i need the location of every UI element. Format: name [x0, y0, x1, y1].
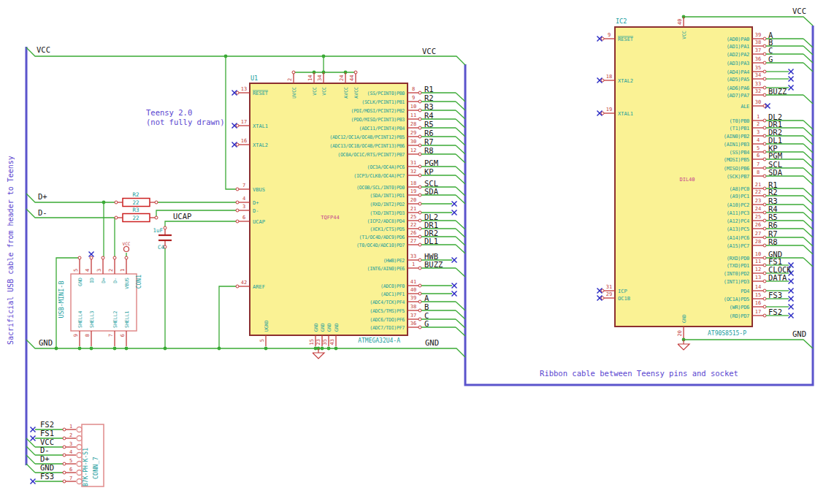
- text-ic2-right_pins-28-label: DATA: [768, 273, 787, 282]
- text-u1-footprint: TQFP44: [321, 215, 339, 221]
- pin-end: [418, 100, 421, 103]
- bus-entry: [803, 221, 813, 229]
- text-ic2-right_pins-30-n: 15: [755, 292, 761, 298]
- text-u1-right_pins-12-name: (RXD/INT2)PD2: [370, 202, 405, 207]
- pin-end: [125, 256, 128, 259]
- text-con1-top_pins-1-name: ID: [89, 278, 95, 283]
- net-label-VCC: VCC: [792, 7, 806, 15]
- text-u1-right_pins-0-n: 8: [412, 86, 415, 92]
- pin-end: [292, 71, 295, 74]
- text-u1-right_pins-6-n: 30: [410, 139, 416, 145]
- text-u1-left_pins-3-n: 7: [242, 183, 245, 188]
- pin-end: [418, 309, 421, 312]
- usb-cable-note: Sacrificial USB cable from header to Tee…: [6, 155, 15, 345]
- conn7-pad: [77, 427, 82, 432]
- text-ic2-right_pins-27-n: 12: [755, 267, 761, 272]
- text-ic2-right_pins-17-name: (A8)PC0: [730, 186, 749, 192]
- text-u1-left_pins-1-name: XTAL1: [253, 123, 268, 129]
- text-conn7-pins-4-n: 5: [69, 458, 72, 464]
- text-ic2-ref: IC2: [616, 18, 627, 25]
- pin-end: [236, 91, 239, 94]
- text-conn7-pins-3-n: 4: [69, 449, 72, 455]
- pin-end: [418, 243, 421, 246]
- text-u1-value: ATMEGA32U4-A: [358, 337, 400, 344]
- bus-entry: [803, 213, 813, 221]
- pin-end: [418, 165, 421, 168]
- bus-entry: [456, 327, 465, 336]
- text-u1-right_pins-12-n: 20: [410, 197, 416, 203]
- text-con1-bottom_pins-3-n: 6: [120, 334, 126, 337]
- text-u1-top_pins-3-n: 24: [339, 75, 345, 81]
- net-label-UCAP: UCAP: [173, 212, 191, 221]
- no-connect-icon: [789, 77, 794, 82]
- pin-end: [115, 201, 118, 204]
- no-connect-icon: [452, 202, 457, 207]
- pin-end: [763, 219, 766, 222]
- text-r2-value: 22: [132, 199, 139, 206]
- bus-entry: [803, 128, 813, 137]
- pin-end: [63, 480, 66, 483]
- text-u1-right_pins-19-label: BUZZ: [424, 260, 443, 269]
- text-u1-right_pins-19-name: (INT6/AIN0)PE6: [367, 266, 405, 272]
- text-ic2-right_pins-28-name: (INT1)PD3: [724, 279, 749, 285]
- text-ic2-right_pins-14-label: PGM: [768, 151, 782, 160]
- text-u1-right_pins-24-n: 37: [410, 313, 416, 318]
- text-ic2-footprint: DIL40: [679, 177, 695, 183]
- text-conn7-pins-5-n: 6: [69, 467, 72, 473]
- text-c4-value: 1uF: [153, 227, 163, 234]
- bus-entry: [456, 137, 465, 145]
- no-connect-icon: [452, 291, 457, 297]
- pin-end: [418, 186, 421, 188]
- pin-end: [63, 428, 66, 431]
- bus-entry: [803, 258, 813, 267]
- no-connect-icon: [789, 279, 794, 284]
- bus-entry: [803, 229, 813, 237]
- text-con1-top_pins-4-n: 1: [120, 269, 126, 272]
- net-label-GND: GND: [425, 338, 439, 347]
- text-u1-right_pins-8-name: (OC3A/OC4A)PC6: [367, 164, 405, 170]
- text-ic2-right_pins-31-name: (WR)PD6: [730, 305, 749, 310]
- text-ic2-right_pins-24-n: 28: [755, 239, 761, 245]
- pin-end: [418, 109, 421, 112]
- text-con1-bottom_pins-0-name: SHELL4: [77, 310, 83, 328]
- text-ic2-right_pins-10-n: 2: [757, 121, 760, 127]
- text-ic2-left_pins-0-n: 9: [608, 32, 611, 38]
- text-con1-top_pins-0-n: 5: [73, 269, 79, 272]
- text-u1-right_pins-4-label: R5: [424, 120, 434, 129]
- text-u1-right_pins-23-name: (ADC5/TMS)PF5: [370, 308, 405, 314]
- pin-end: [102, 256, 104, 259]
- ribbon-cable-note: Ribbon cable between Teensy pins and soc…: [482, 369, 796, 378]
- text-conn7-pins-2-n: 3: [69, 441, 72, 447]
- wire: [684, 17, 813, 26]
- pin-end: [418, 284, 421, 287]
- text-r3-ref: R3: [132, 207, 139, 213]
- pin-end: [418, 318, 421, 321]
- text-ic2-right_pins-32-label: FS2: [768, 308, 782, 316]
- pin-end: [63, 446, 66, 448]
- no-connect-icon: [789, 297, 794, 302]
- bus-entry: [456, 245, 465, 253]
- pin-end: [763, 297, 766, 300]
- pin-end: [763, 272, 766, 275]
- bus-entry: [803, 144, 813, 153]
- no-connect-icon: [789, 85, 794, 91]
- wire: [226, 56, 237, 189]
- text-u1-right_pins-3-name: (PDO/MISO/PCINT3)PB3: [351, 117, 405, 123]
- text-con1-bottom_pins-2-n: 7: [108, 334, 114, 337]
- bus-entry: [456, 110, 465, 119]
- pin-end: [763, 158, 766, 161]
- pin-end: [418, 153, 421, 156]
- text-u1-right_pins-16-n: 26: [410, 230, 416, 236]
- text-u1-right_pins-18-n: 33: [410, 253, 416, 259]
- pin-end: [601, 289, 604, 292]
- no-connect-icon: [789, 69, 794, 75]
- net-label-GND: GND: [792, 329, 806, 338]
- pin-end: [763, 244, 766, 247]
- pin-end: [418, 126, 421, 129]
- text-u1-left_pins-6-n: 6: [242, 215, 245, 221]
- text-ic2-left_pins-0-name: RESET: [618, 37, 634, 42]
- text-con1-top_pins-1-n: 4: [85, 269, 91, 272]
- bus-entry: [456, 119, 465, 128]
- junction-dot: [264, 347, 268, 351]
- pin-end: [763, 305, 766, 308]
